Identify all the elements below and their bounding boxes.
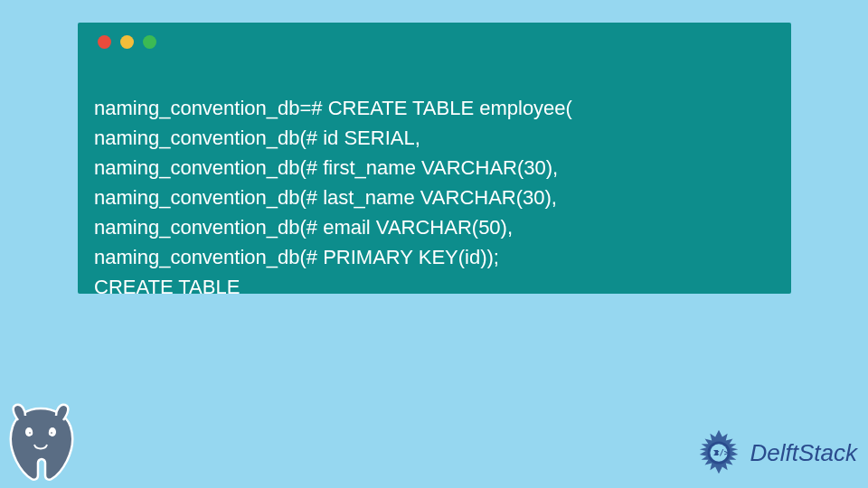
minimize-icon[interactable]: [120, 35, 134, 49]
svg-point-3: [50, 431, 53, 435]
terminal-window: naming_convention_db=# CREATE TABLE empl…: [78, 23, 791, 294]
code-line: CREATE TABLE: [94, 276, 240, 298]
code-line: naming_convention_db(# PRIMARY KEY(id));: [94, 246, 499, 268]
postgresql-logo-icon: [0, 398, 81, 483]
close-icon[interactable]: [98, 35, 111, 49]
window-controls: [98, 35, 775, 49]
delftstack-mandala-icon: </>: [693, 427, 745, 479]
svg-point-2: [28, 431, 32, 435]
code-line: naming_convention_db(# id SERIAL,: [94, 127, 420, 149]
code-line: naming_convention_db(# last_name VARCHAR…: [94, 186, 557, 209]
delftstack-logo: </> DelftStack: [693, 427, 858, 479]
code-line: naming_convention_db=# CREATE TABLE empl…: [94, 97, 572, 119]
code-line: naming_convention_db(# first_name VARCHA…: [94, 156, 558, 179]
svg-text:</>: </>: [714, 448, 729, 457]
terminal-code: naming_convention_db=# CREATE TABLE empl…: [94, 63, 775, 302]
delftstack-brand-text: DelftStack: [750, 439, 858, 467]
maximize-icon[interactable]: [143, 35, 156, 49]
code-line: naming_convention_db(# email VARCHAR(50)…: [94, 216, 513, 239]
